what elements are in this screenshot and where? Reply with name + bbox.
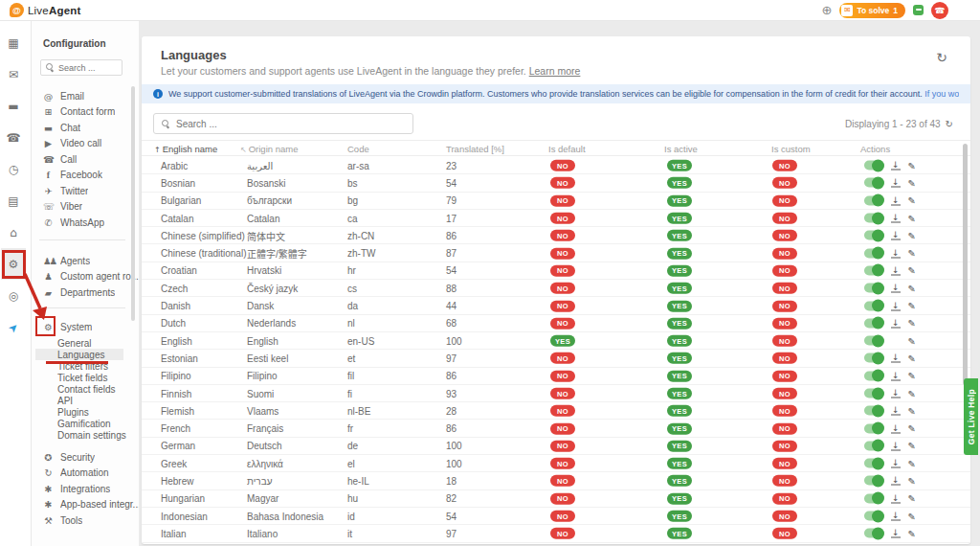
download-icon[interactable]: ↓ — [891, 353, 901, 363]
sidebar-item-whatsapp[interactable]: ✆ WhatsApp — [32, 215, 139, 231]
edit-icon[interactable]: ✎ — [908, 160, 916, 171]
column-translated[interactable]: Translated [%] — [446, 143, 504, 153]
edit-icon[interactable]: ✎ — [908, 301, 916, 311]
sidebar-subitem-plugins[interactable]: Plugins — [32, 406, 139, 418]
active-toggle[interactable] — [864, 161, 883, 171]
sidebar-item-app-based-integrations[interactable]: ✱ App-based integr... — [32, 497, 139, 513]
download-icon[interactable]: ↓ — [891, 301, 901, 310]
sidebar-item-security[interactable]: ✪ Security — [32, 449, 139, 466]
download-icon[interactable]: ↓ — [891, 265, 901, 275]
download-icon[interactable]: ↓ — [891, 529, 901, 538]
edit-icon[interactable]: ✎ — [908, 528, 916, 538]
phone-status-icon[interactable]: ☎ — [931, 2, 948, 19]
edit-icon[interactable]: ✎ — [908, 475, 916, 486]
download-icon[interactable]: ↓ — [891, 389, 901, 398]
refresh-icon[interactable]: ↻ — [936, 50, 947, 65]
download-icon[interactable]: ↓ — [891, 476, 901, 486]
download-icon[interactable]: ↓ — [891, 248, 901, 258]
active-toggle[interactable] — [864, 371, 883, 380]
edit-icon[interactable]: ✎ — [908, 388, 916, 398]
active-toggle[interactable] — [864, 406, 883, 416]
rail-item-call-phone[interactable]: ☎ — [1, 122, 26, 153]
sidebar-subitem-languages[interactable]: Languages — [35, 349, 123, 360]
download-icon[interactable]: ↓ — [891, 231, 901, 240]
edit-icon[interactable]: ✎ — [908, 493, 916, 504]
chat-status-icon[interactable] — [913, 5, 924, 15]
rail-item-tickets-mail[interactable]: ✉ — [1, 58, 26, 90]
edit-icon[interactable]: ✎ — [908, 458, 916, 468]
download-icon[interactable]: ↓ — [891, 178, 901, 188]
sidebar-search[interactable] — [40, 59, 122, 76]
sidebar-item-facebook[interactable]: f Facebook — [32, 168, 139, 184]
sidebar-subitem-gamification[interactable]: Gamification — [32, 418, 139, 429]
edit-icon[interactable]: ✎ — [908, 230, 916, 240]
active-toggle[interactable] — [864, 441, 883, 450]
download-icon[interactable]: ↓ — [891, 284, 901, 293]
download-icon[interactable]: ↓ — [891, 423, 901, 433]
active-toggle[interactable] — [864, 248, 883, 258]
edit-icon[interactable]: ✎ — [908, 441, 916, 451]
sidebar-item-video-call[interactable]: ▶ Video call — [32, 136, 139, 152]
rail-item-agent-settings[interactable]: ◎ — [1, 280, 26, 311]
active-toggle[interactable] — [864, 423, 883, 433]
edit-icon[interactable]: ✎ — [908, 353, 916, 363]
active-toggle[interactable] — [864, 231, 883, 240]
table-scrollbar[interactable] — [963, 144, 968, 385]
contribute-link[interactable]: If you would like to contribute to the t… — [924, 89, 959, 99]
sidebar-item-contact-form[interactable]: ⊞ Contact form — [32, 104, 139, 121]
sidebar-item-tools[interactable]: ⚒ Tools — [32, 512, 139, 529]
edit-icon[interactable]: ✎ — [908, 423, 916, 434]
sidebar-subitem-contact-fields[interactable]: Contact fields — [32, 383, 139, 395]
active-toggle[interactable] — [864, 214, 883, 223]
active-toggle[interactable] — [864, 195, 883, 205]
edit-icon[interactable]: ✎ — [908, 177, 916, 188]
learn-more-link[interactable]: Learn more — [529, 65, 581, 77]
sidebar-subitem-domain-settings[interactable]: Domain settings — [32, 429, 139, 441]
column-origin-name[interactable]: ↖Origin name — [240, 143, 298, 153]
download-icon[interactable]: ↓ — [891, 371, 901, 380]
sidebar-item-viber[interactable]: ☏ Viber — [32, 199, 139, 216]
table-search[interactable] — [153, 113, 413, 134]
edit-icon[interactable]: ✎ — [908, 371, 916, 381]
edit-icon[interactable]: ✎ — [908, 511, 916, 521]
rail-item-company-building[interactable]: ⌂ — [1, 216, 26, 248]
active-toggle[interactable] — [864, 512, 883, 521]
active-toggle[interactable] — [864, 336, 883, 346]
column-english-name[interactable]: ↑English name — [154, 143, 217, 153]
sidebar-subitem-ticket-fields[interactable]: Ticket fields — [32, 372, 139, 383]
download-icon[interactable]: ↓ — [891, 459, 901, 468]
sidebar-item-twitter[interactable]: ✈ Twitter — [32, 183, 139, 199]
download-icon[interactable]: ↓ — [891, 161, 901, 171]
sidebar-item-agents[interactable]: ♟♟ Agents — [32, 253, 139, 269]
download-icon[interactable]: ↓ — [891, 512, 901, 521]
add-new-icon[interactable]: ⊕ — [822, 4, 833, 16]
download-icon[interactable]: ↓ — [891, 214, 901, 223]
sidebar-subitem-api[interactable]: API — [32, 395, 139, 406]
refresh-icon[interactable]: ↻ — [946, 119, 953, 129]
edit-icon[interactable]: ✎ — [908, 283, 916, 293]
download-icon[interactable]: ↓ — [891, 406, 901, 416]
sidebar-item-departments[interactable]: ▰ Departments — [32, 284, 139, 301]
active-toggle[interactable] — [864, 178, 883, 188]
sidebar-item-system[interactable]: ⚙ System — [32, 319, 139, 335]
active-toggle[interactable] — [864, 318, 883, 328]
edit-icon[interactable]: ✎ — [908, 335, 916, 346]
sidebar-item-email[interactable]: @ Email — [32, 88, 139, 104]
active-toggle[interactable] — [864, 493, 883, 503]
sidebar-subitem-general[interactable]: General — [32, 337, 139, 349]
edit-icon[interactable]: ✎ — [908, 405, 916, 416]
active-toggle[interactable] — [864, 284, 883, 293]
sidebar-subitem-ticket-filters[interactable]: Ticket filters — [32, 360, 139, 372]
edit-icon[interactable]: ✎ — [908, 265, 916, 276]
active-toggle[interactable] — [864, 476, 883, 486]
download-icon[interactable]: ↓ — [891, 441, 901, 450]
rail-item-history-clock[interactable]: ◷ — [1, 153, 26, 185]
active-toggle[interactable] — [864, 529, 883, 538]
active-toggle[interactable] — [864, 389, 883, 398]
edit-icon[interactable]: ✎ — [908, 318, 916, 329]
column-code[interactable]: Code — [347, 143, 369, 153]
download-icon[interactable]: ↓ — [891, 195, 901, 205]
get-live-help-tab[interactable]: Get Live Help — [964, 378, 978, 455]
sidebar-item-automation[interactable]: ↻ Automation — [32, 466, 139, 482]
download-icon[interactable]: ↓ — [891, 318, 901, 328]
